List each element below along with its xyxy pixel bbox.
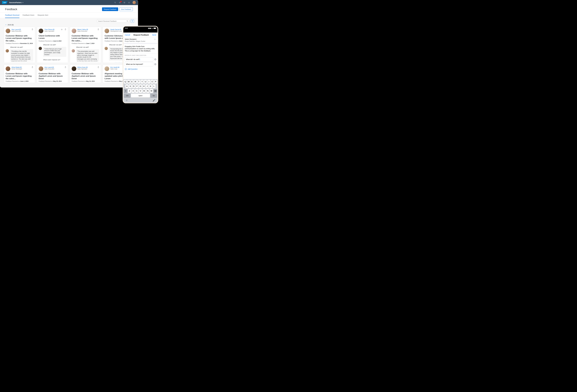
keyboard-key[interactable]: O bbox=[151, 80, 154, 84]
keyboard-key[interactable]: W bbox=[127, 80, 130, 84]
clipboard-icon[interactable] bbox=[65, 29, 66, 31]
tab-feedback-received[interactable]: Feedback Received bbox=[5, 13, 19, 18]
tasks-icon[interactable] bbox=[123, 1, 125, 3]
author-name[interactable]: Alex Laurel bbox=[11, 29, 30, 30]
keyboard-key[interactable]: N bbox=[146, 89, 149, 93]
recipient-count: 2 › bbox=[154, 38, 156, 40]
author-name[interactable]: Alfred Malek bbox=[11, 66, 30, 68]
keyboard-key[interactable]: D bbox=[132, 84, 135, 88]
question-label: What did I do well? bbox=[10, 46, 33, 48]
clear-icon[interactable]: ✕ bbox=[154, 58, 156, 61]
go-key[interactable]: Go bbox=[150, 94, 157, 98]
keyboard-key[interactable]: V bbox=[139, 89, 142, 93]
clipboard-icon[interactable] bbox=[97, 29, 99, 31]
shell-actions: 3 bbox=[114, 1, 136, 4]
author-name[interactable]: Wilma Sown bbox=[77, 66, 96, 68]
keyboard-key[interactable]: X bbox=[132, 89, 135, 93]
status-bar: 9:41 ▮▮▮▮ ▲ bbox=[123, 27, 157, 30]
nav-backdrop bbox=[123, 30, 157, 33]
tab-feedback-given[interactable]: Feedback Given bbox=[23, 13, 35, 18]
keyboard-key[interactable]: G bbox=[139, 84, 142, 88]
svg-point-0 bbox=[115, 2, 115, 3]
author-name[interactable]: Theo Pierce bbox=[44, 29, 60, 30]
chevron-down-icon bbox=[5, 24, 7, 26]
feedback-card[interactable]: Wilma Sown Sales Specialist Customer Web… bbox=[70, 65, 101, 83]
question-field-2[interactable]: What can be improved? ✕ bbox=[125, 62, 156, 66]
space-key[interactable]: space bbox=[131, 94, 150, 98]
keyboard: QWERTYUIOP ASDFGHJKL ⇧ ZXCVBNM ⌫ 123 spa… bbox=[123, 79, 157, 103]
question-field-1[interactable]: What did I do well?| ✕ bbox=[125, 57, 156, 62]
clear-icon[interactable]: ✕ bbox=[154, 63, 156, 65]
app-name[interactable]: SuccessFactors bbox=[9, 2, 22, 3]
emoji-icon[interactable]: ☺ bbox=[125, 99, 128, 102]
tabs-bar: Feedback Received Feedback Given Request… bbox=[0, 13, 138, 18]
send-button[interactable]: Send bbox=[152, 34, 156, 36]
keyboard-key[interactable]: S bbox=[129, 84, 132, 88]
clipboard-icon[interactable] bbox=[32, 66, 33, 68]
plus-icon: + bbox=[125, 68, 127, 70]
keyboard-key[interactable]: E bbox=[131, 80, 133, 84]
profile-card-icon bbox=[120, 29, 121, 30]
author-name[interactable]: Alex Laurel bbox=[44, 66, 63, 68]
clipboard-icon[interactable] bbox=[97, 66, 99, 68]
keyboard-key[interactable]: F bbox=[136, 84, 139, 88]
keyboard-key[interactable]: A bbox=[125, 84, 128, 88]
author-name[interactable]: Marie Collins bbox=[77, 29, 96, 30]
desktop-window: SAP SuccessFactors ▼ 3 Feedback Request … bbox=[0, 0, 138, 87]
feedback-card[interactable]: Alex Laurel Sales Executive Customer Web… bbox=[4, 27, 35, 63]
give-feedback-button[interactable]: Give Feedback bbox=[119, 7, 133, 11]
keyboard-key[interactable]: R bbox=[134, 80, 137, 84]
year-group-toggle[interactable]: 2019 (8) bbox=[5, 24, 134, 26]
shift-key[interactable]: ⇧ bbox=[124, 89, 127, 93]
bell-icon[interactable] bbox=[128, 1, 130, 3]
search-icon[interactable] bbox=[114, 1, 116, 3]
keyboard-key[interactable]: U bbox=[144, 80, 147, 84]
profile-card-icon bbox=[20, 67, 22, 68]
card-title: Client Conference with Lorem bbox=[39, 34, 66, 39]
app-dropdown-icon[interactable]: ▼ bbox=[22, 2, 23, 3]
keyboard-key[interactable]: L bbox=[152, 84, 155, 88]
keyboard-key[interactable]: Y bbox=[141, 80, 144, 84]
svg-point-6 bbox=[127, 21, 128, 21]
keyboard-key[interactable]: J bbox=[146, 84, 149, 88]
keyboard-key[interactable]: Z bbox=[128, 89, 131, 93]
recipient-row[interactable]: Select Recipient 2 › Rouja Pakiman, Mega… bbox=[123, 37, 157, 43]
search-input[interactable] bbox=[98, 20, 126, 22]
clipboard-icon[interactable] bbox=[65, 66, 66, 68]
page-header: Feedback Request Feedback Give Feedback bbox=[0, 5, 138, 13]
keyboard-key[interactable]: Q bbox=[124, 80, 127, 84]
cancel-button[interactable]: Cancel bbox=[125, 34, 130, 36]
clipboard-icon[interactable] bbox=[32, 29, 33, 31]
keyboard-key[interactable]: C bbox=[135, 89, 138, 93]
mic-icon[interactable]: 🎤 bbox=[152, 99, 155, 102]
numbers-key[interactable]: 123 bbox=[124, 94, 131, 98]
feedback-card[interactable]: Alfred Malek Senior Developer Customer W… bbox=[4, 65, 35, 83]
keyboard-key[interactable]: T bbox=[137, 80, 140, 84]
feedback-card[interactable]: Theo Pierce Sales Specialist Client Conf… bbox=[37, 27, 68, 63]
backspace-key[interactable]: ⌫ bbox=[153, 89, 157, 93]
keyboard-key[interactable]: H bbox=[143, 84, 145, 88]
card-title: Customer Webinar with Lorem and Ipsum re… bbox=[6, 72, 33, 80]
filter-button[interactable] bbox=[131, 20, 134, 23]
search-field[interactable] bbox=[97, 20, 129, 23]
user-avatar[interactable] bbox=[133, 1, 136, 4]
feedback-card[interactable]: Marie Collins Sales Executive Customer W… bbox=[70, 27, 101, 63]
card-title: Customer Webinar with Lorem and Ipsum re… bbox=[6, 34, 33, 42]
feedback-topic[interactable]: Engaging John Fowler from communications… bbox=[123, 43, 157, 54]
keyboard-key[interactable]: M bbox=[150, 89, 153, 93]
cards-grid: Alex Laurel Sales Executive Customer Web… bbox=[4, 27, 134, 63]
keyboard-key[interactable]: K bbox=[149, 84, 152, 88]
keyboard-key[interactable]: P bbox=[154, 80, 157, 84]
request-feedback-button[interactable]: Request Feedback bbox=[102, 7, 118, 11]
status-time: 9:41 bbox=[125, 28, 128, 29]
tab-requests-sent[interactable]: Requests Sent bbox=[38, 13, 48, 18]
card-meta: Feedback Received on May 25, 2019 bbox=[39, 80, 66, 82]
feedback-card[interactable]: Alex Laurel Sales Executive Customer Web… bbox=[37, 65, 68, 83]
card-meta: Feedback Received on November 21, 2019 bbox=[6, 43, 33, 44]
author-avatar bbox=[105, 29, 109, 33]
add-question-button[interactable]: + Add Question bbox=[123, 67, 157, 71]
notifications-icon[interactable]: 3 bbox=[119, 1, 121, 3]
keyboard-key[interactable]: I bbox=[147, 80, 150, 84]
keyboard-key[interactable]: B bbox=[143, 89, 146, 93]
responder-avatar bbox=[72, 49, 75, 52]
